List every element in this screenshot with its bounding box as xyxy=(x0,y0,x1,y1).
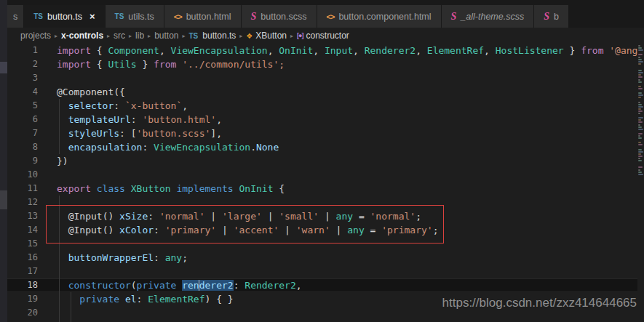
minimap-line-mark xyxy=(638,104,642,105)
minimap-line-mark xyxy=(638,72,643,73)
minimap-line-mark xyxy=(638,108,641,110)
code-area[interactable]: 1import { Component, ViewEncapsulation, … xyxy=(0,44,644,322)
minimap-line-mark xyxy=(638,158,640,159)
breadcrumb-label: button xyxy=(154,31,178,41)
code-line-9[interactable]: 9}) xyxy=(0,154,644,168)
html-icon: <> xyxy=(174,12,182,21)
minimap-line-mark xyxy=(638,94,643,96)
code-text: @Component({ xyxy=(57,85,125,99)
line-number: 7 xyxy=(7,126,38,140)
breadcrumb-item-button[interactable]: button xyxy=(154,31,178,41)
minimap-line-mark xyxy=(638,76,643,78)
breadcrumb: projects▸x-controls▸src▸lib▸button▸TSbut… xyxy=(7,28,644,44)
chevron-right-icon: ▸ xyxy=(183,33,186,39)
minimap-line-mark xyxy=(638,110,643,112)
minimap-line-mark xyxy=(638,102,640,103)
tab-label: s xyxy=(13,12,17,22)
chevron-right-icon: ▸ xyxy=(129,33,132,39)
minimap-line-mark xyxy=(638,113,640,114)
minimap-line-mark xyxy=(638,57,640,58)
minimap-line-mark xyxy=(638,79,640,81)
code-line-11[interactable]: 11export class XButton implements OnInit… xyxy=(0,182,644,196)
breadcrumb-item-projects[interactable]: projects xyxy=(20,31,51,41)
tab-button-scss[interactable]: Sbutton.scss xyxy=(242,5,317,28)
tab-bar: sTSbutton.ts×TSutils.ts<>button.htmlSbut… xyxy=(7,0,644,28)
indent-guide xyxy=(71,292,71,322)
minimap-line-mark xyxy=(638,117,643,118)
editor[interactable]: 1import { Component, ViewEncapsulation, … xyxy=(0,44,644,322)
code-line-10[interactable]: 10 xyxy=(0,168,644,182)
class-icon: ❖ xyxy=(246,32,253,40)
line-number: 1 xyxy=(7,44,38,57)
breadcrumb-label: lib xyxy=(135,31,144,41)
breadcrumb-item-xbutton[interactable]: ❖XButton xyxy=(246,31,287,41)
tab-button-component-html[interactable]: <>button.component.html xyxy=(317,5,442,28)
line-number: 5 xyxy=(7,99,38,113)
sidebar-edge xyxy=(0,0,7,322)
tab-label: _all-theme.scss xyxy=(461,12,524,22)
code-line-18[interactable]: 18 constructor(private renderer2: Render… xyxy=(0,278,644,292)
minimap-line-mark xyxy=(638,97,641,98)
sidebar-edge-highlight xyxy=(0,62,7,73)
line-number: 19 xyxy=(7,292,38,306)
chevron-right-icon: ▸ xyxy=(148,33,151,39)
line-number: 12 xyxy=(7,196,38,209)
code-text: }) xyxy=(57,154,68,168)
close-icon[interactable]: × xyxy=(90,12,95,21)
minimap-line-mark xyxy=(638,133,643,134)
minimap-line-mark xyxy=(638,86,641,87)
line-number: 10 xyxy=(7,168,38,182)
minimap-line-mark xyxy=(638,70,642,71)
breadcrumb-item-x-controls[interactable]: x-controls xyxy=(61,31,103,41)
code-line-8[interactable]: 8 encapsulation: ViewEncapsulation.None xyxy=(0,140,644,154)
line-number: 14 xyxy=(7,223,38,237)
code-line-5[interactable]: 5 selector: `x-button`, xyxy=(0,99,644,113)
breadcrumb-item-constructor[interactable]: [●]constructor xyxy=(297,31,349,41)
code-text: private el: ElementRef) { } xyxy=(57,292,234,306)
minimap-line-mark xyxy=(638,54,643,55)
sass-icon: S xyxy=(451,11,457,23)
minimap-line-mark xyxy=(638,153,641,155)
code-line-6[interactable]: 6 templateUrl: 'button.html', xyxy=(0,113,644,126)
line-number: 8 xyxy=(7,140,38,154)
code-text: constructor(private renderer2: Renderer2… xyxy=(57,278,302,292)
breadcrumb-label: src xyxy=(114,31,125,41)
code-line-4[interactable]: 4@Component({ xyxy=(0,85,644,99)
code-line-16[interactable]: 16 buttonWrapperEl: any; xyxy=(0,251,644,265)
breadcrumb-item-lib[interactable]: lib xyxy=(135,31,144,41)
tab-label: button.ts xyxy=(47,12,82,22)
minimap-scrollbar[interactable] xyxy=(637,44,644,322)
minimap-line-mark xyxy=(638,149,642,150)
tab-b[interactable]: Sb xyxy=(534,5,569,28)
vscode-window: sTSbutton.ts×TSutils.ts<>button.htmlSbut… xyxy=(0,0,644,322)
tab-label: b xyxy=(554,12,559,22)
chevron-right-icon: ▸ xyxy=(290,33,293,39)
tab-label: utils.ts xyxy=(128,12,154,22)
tab-label: button.scss xyxy=(261,12,306,22)
breadcrumb-item-button-ts[interactable]: TSbutton.ts xyxy=(189,31,236,41)
tab-s[interactable]: s xyxy=(7,5,24,28)
minimap-line-mark xyxy=(638,169,640,171)
code-line-2[interactable]: 2import { Utils } from '../common/utils'… xyxy=(0,57,644,71)
tab-utils-ts[interactable]: TSutils.ts xyxy=(106,5,164,28)
minimap-line-mark xyxy=(638,166,643,168)
minimap-line-mark xyxy=(638,142,641,143)
code-line-1[interactable]: 1import { Component, ViewEncapsulation, … xyxy=(0,44,644,57)
chevron-right-icon: ▸ xyxy=(107,33,110,39)
code-line-3[interactable]: 3 xyxy=(0,71,644,85)
code-line-17[interactable]: 17 xyxy=(0,265,644,278)
code-text: buttonWrapperEl: any; xyxy=(57,251,188,265)
tab-all-theme-scss[interactable]: S_all-theme.scss xyxy=(442,5,535,28)
minimap-line-mark xyxy=(638,63,641,65)
ts-icon: TS xyxy=(33,12,43,20)
minimap-line-mark xyxy=(638,156,643,157)
minimap-line-mark xyxy=(638,121,643,123)
minimap-line-mark xyxy=(638,144,643,145)
code-line-7[interactable]: 7 styleUrls: ['button.scss'], xyxy=(0,126,644,140)
breadcrumb-item-src[interactable]: src xyxy=(114,31,125,41)
minimap-line-mark xyxy=(638,129,643,130)
code-text: import { Component, ViewEncapsulation, O… xyxy=(57,44,644,57)
tab-button-html[interactable]: <>button.html xyxy=(164,5,242,28)
tab-button-ts[interactable]: TSbutton.ts× xyxy=(24,5,105,28)
minimap-line-mark xyxy=(638,151,643,153)
